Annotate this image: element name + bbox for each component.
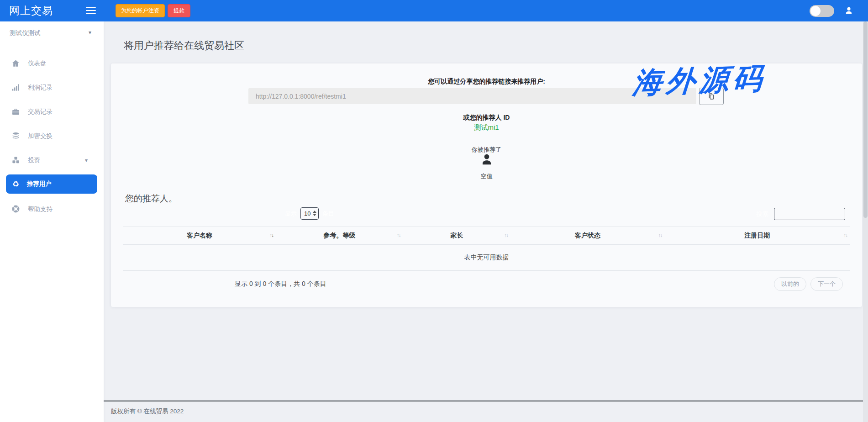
show-label: 显示 [285,210,297,218]
fund-account-button[interactable]: 为您的帐户注资 [116,4,165,17]
toggle-knob [810,6,821,16]
profile-dropdown[interactable]: 测试仪测试 ▾ [0,21,104,45]
column-header-parent[interactable]: 家长↑↓ [403,227,510,245]
select-caret-icon [313,211,316,216]
scrollbar-thumb[interactable] [863,21,868,218]
theme-toggle-switch[interactable] [810,5,834,17]
copy-link-button[interactable] [699,88,724,105]
referrers-heading: 您的推荐人。 [125,193,177,205]
main-content: 将用户推荐给在线贸易社区 您可以通过分享您的推荐链接来推荐用户: 或您的推荐人 … [104,21,868,422]
referrer-id-value: 测试mi1 [111,123,862,132]
footer: 版权所有 © 在线贸易 2022 [104,401,868,422]
chevron-down-icon: ▾ [85,157,88,164]
sidebar-item-dashboard[interactable]: 仪表盘 [0,51,104,75]
previous-page-button[interactable]: 以前的 [774,277,806,291]
profile-name: 测试仪测试 [10,30,41,37]
referrer-id-label: 或您的推荐人 ID [111,114,862,122]
column-header-register-date[interactable]: 注册日期↑↓ [664,227,850,245]
home-icon [11,59,20,68]
column-header-client-status[interactable]: 客户状态↑↓ [510,227,664,245]
table-length-control: 显示 10 条目 [285,207,334,220]
next-page-button[interactable]: 下一个 [810,277,843,291]
sidebar-item-investments[interactable]: 投资 ▾ [0,148,104,172]
share-link-label: 您可以通过分享您的推荐链接来推荐用户: [111,78,862,86]
empty-table-message: 表中无可用数据 [123,245,850,271]
sidebar-menu: 仪表盘 利润记录 交易记录 加密交换 投资 ▾ ♻ 推荐用户 帮助支持 [0,45,104,221]
sort-icon: ↑↓ [504,232,508,238]
sidebar-item-help-support[interactable]: 帮助支持 [0,197,104,221]
sidebar-item-crypto-exchange[interactable]: 加密交换 [0,124,104,148]
referred-by-value: 空值 [111,172,862,180]
sidebar: 测试仪测试 ▾ 仪表盘 利润记录 交易记录 加密交换 投资 ▾ ♻ 推荐用户 [0,21,104,422]
page-title: 将用户推荐给在线贸易社区 [124,39,244,53]
brand-title[interactable]: 网上交易 [9,0,53,21]
copy-icon [708,92,715,100]
sort-icon: ↑↓ [397,232,400,238]
referred-person-icon [111,152,862,167]
sidebar-item-refer-users[interactable]: ♻ 推荐用户 [6,174,97,194]
cubes-icon [11,156,20,164]
top-navbar: 网上交易 为您的帐户注资 提款 [0,0,868,21]
sidebar-item-profit-records[interactable]: 利润记录 [0,75,104,100]
sidebar-item-trade-records[interactable]: 交易记录 [0,100,104,124]
entries-label: 条目 [322,210,334,218]
sort-icon: ↑↓ [843,232,847,238]
referral-card: 您可以通过分享您的推荐链接来推荐用户: 或您的推荐人 ID 测试mi1 你被推荐… [111,63,862,307]
table-empty-row: 表中无可用数据 [123,245,850,271]
sort-icon: ↑↓ [269,232,273,238]
life-ring-icon [11,205,20,213]
sort-icon: ↑↓ [658,232,662,238]
bar-chart-icon [11,83,20,92]
vertical-scrollbar[interactable] [863,21,868,422]
table-search-control: 搜索: [756,208,845,220]
withdraw-button[interactable]: 提款 [168,4,190,17]
column-header-ref-level[interactable]: 参考。等级↑↓ [276,227,403,245]
referrers-table: 客户名称↑↓ 参考。等级↑↓ 家长↑↓ 客户状态↑↓ 注册日期↑↓ 表中无可用数… [123,227,850,271]
search-input[interactable] [774,208,845,220]
copyright-text: 版权所有 © 在线贸易 2022 [111,408,184,415]
table-pagination: 以前的 下一个 [774,277,843,291]
briefcase-icon [11,107,20,116]
chevron-down-icon: ▾ [89,29,91,36]
referral-link-input[interactable] [248,88,696,104]
table-info-text: 显示 0 到 0 个条目，共 0 个条目 [235,280,326,288]
hamburger-menu-icon[interactable] [86,7,96,14]
user-account-icon[interactable] [844,6,853,15]
search-label: 搜索: [756,210,770,218]
page-length-select[interactable]: 10 [300,207,319,220]
coins-icon [11,132,20,140]
column-header-client-name[interactable]: 客户名称↑↓ [123,227,276,245]
recycle-icon: ♻ [11,179,20,189]
